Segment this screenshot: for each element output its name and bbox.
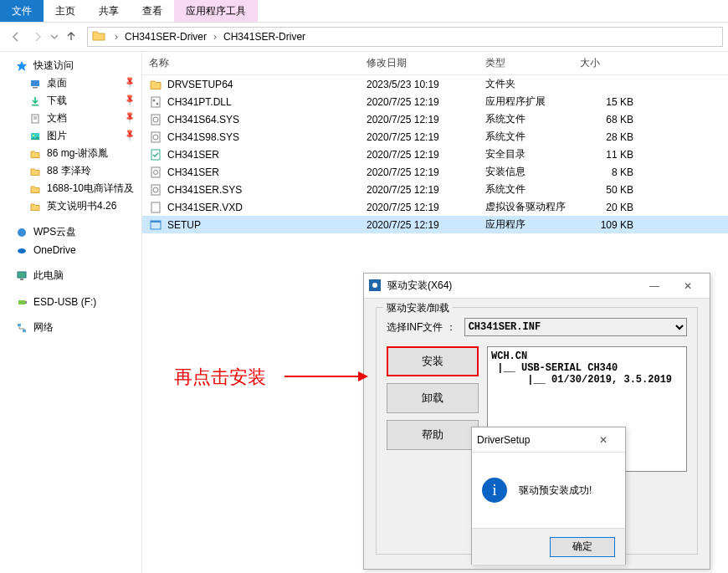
msgbox-title: DriverSetup: [477, 434, 587, 446]
file-date: 2020/7/25 12:19: [360, 114, 479, 125]
network-icon: [15, 321, 28, 335]
nav-back[interactable]: [5, 27, 27, 47]
column-headers: 名称 修改日期 类型 大小: [142, 52, 728, 75]
file-size: 28 KB: [573, 131, 640, 143]
file-icon: [149, 218, 162, 232]
svg-rect-2: [33, 87, 38, 89]
sidebar-item[interactable]: 桌面📌: [0, 74, 141, 92]
sidebar-this-pc[interactable]: 此电脑: [0, 267, 141, 284]
col-date[interactable]: 修改日期: [360, 56, 479, 70]
file-icon: [149, 201, 162, 214]
file-row[interactable]: CH341S98.SYS2020/7/25 12:19系统文件28 KB: [142, 128, 728, 146]
ribbon: 文件 主页 共享 查看 应用程序工具: [0, 0, 728, 23]
svg-marker-35: [358, 371, 368, 381]
address-box[interactable]: › CH341SER-Driver › CH341SER-Driver: [87, 27, 723, 47]
file-name: CH341SER.SYS: [167, 184, 242, 196]
file-name: CH341S64.SYS: [167, 114, 239, 125]
pc-icon: [15, 269, 28, 283]
file-name: CH341SER.VXD: [167, 202, 243, 213]
pin-icon: 📌: [123, 75, 136, 89]
file-row[interactable]: CH341SER2020/7/25 12:19安全目录11 KB: [142, 146, 728, 163]
col-name[interactable]: 名称: [142, 56, 360, 70]
help-button[interactable]: 帮助: [387, 420, 479, 450]
pin-icon: 📌: [123, 128, 136, 141]
sidebar-item[interactable]: 图片📌: [0, 127, 141, 145]
file-row[interactable]: SETUP2020/7/25 12:19应用程序109 KB: [142, 216, 728, 233]
nav-forward[interactable]: [27, 27, 49, 47]
file-size: 68 KB: [573, 114, 640, 125]
file-type: 系统文件: [479, 182, 573, 197]
file-row[interactable]: DRVSETUP642023/5/23 10:19文件夹: [142, 75, 728, 93]
uninstall-button[interactable]: 卸载: [387, 383, 479, 413]
tab-home[interactable]: 主页: [44, 0, 87, 22]
tab-view[interactable]: 查看: [131, 0, 174, 22]
chevron-right-icon[interactable]: ›: [210, 31, 220, 43]
col-size[interactable]: 大小: [573, 56, 640, 70]
file-row[interactable]: CH341SER.VXD2020/7/25 12:19虚拟设备驱动程序20 KB: [142, 198, 728, 216]
svg-rect-11: [18, 272, 26, 278]
file-icon: [149, 166, 162, 179]
sidebar-item[interactable]: 86 mg-谢添胤: [0, 145, 141, 162]
file-icon: [149, 95, 162, 109]
sidebar-quick-access[interactable]: 快速访问: [0, 57, 141, 74]
inf-label: 选择INF文件 ：: [387, 320, 456, 335]
file-row[interactable]: CH341PT.DLL2020/7/25 12:19应用程序扩展15 KB: [142, 93, 728, 110]
sidebar-item[interactable]: 英文说明书4.26: [0, 197, 141, 215]
file-type: 系统文件: [479, 130, 573, 144]
ok-button[interactable]: 确定: [550, 537, 615, 557]
sidebar-item-label: 1688-10电商详情及: [47, 182, 134, 196]
svg-rect-1: [31, 80, 39, 86]
sidebar-item-label: 88 李泽玲: [47, 164, 91, 178]
app-icon: [369, 279, 382, 293]
file-date: 2020/7/25 12:19: [360, 219, 479, 231]
sidebar-item[interactable]: 88 李泽玲: [0, 162, 141, 180]
sidebar-drive-item[interactable]: ESD-USB (F:): [0, 293, 141, 310]
file-name: CH341PT.DLL: [167, 96, 232, 108]
msgbox-titlebar[interactable]: DriverSetup ✕: [472, 427, 625, 453]
svg-point-8: [33, 135, 34, 136]
file-size: 109 KB: [573, 219, 640, 231]
file-name: DRVSETUP64: [167, 79, 233, 90]
sidebar-cloud-item[interactable]: OneDrive: [0, 241, 141, 258]
nav-recent[interactable]: [49, 27, 60, 47]
close-button[interactable]: ✕: [671, 274, 705, 298]
file-row[interactable]: CH341SER2020/7/25 12:19安装信息8 KB: [142, 163, 728, 181]
dialog-titlebar[interactable]: 驱动安装(X64) — ✕: [364, 274, 710, 299]
install-button[interactable]: 安装: [387, 346, 479, 376]
svg-point-9: [18, 228, 26, 237]
sidebar-item-label: OneDrive: [33, 244, 76, 256]
tab-share[interactable]: 共享: [87, 0, 131, 22]
file-icon: [149, 148, 162, 161]
sidebar-network[interactable]: 网络: [0, 319, 141, 336]
breadcrumb-item[interactable]: CH341SER-Driver: [220, 28, 309, 46]
document-icon: [28, 112, 42, 125]
sidebar-item[interactable]: 1688-10电商详情及: [0, 180, 141, 197]
file-name: CH341S98.SYS: [167, 131, 239, 143]
breadcrumb-item[interactable]: CH341SER-Driver: [121, 28, 210, 46]
file-row[interactable]: CH341SER.SYS2020/7/25 12:19系统文件50 KB: [142, 181, 728, 198]
col-type[interactable]: 类型: [479, 56, 573, 70]
tab-file[interactable]: 文件: [0, 0, 44, 22]
svg-point-19: [156, 102, 159, 105]
file-row[interactable]: CH341S64.SYS2020/7/25 12:19系统文件68 KB: [142, 110, 728, 128]
file-type: 应用程序: [479, 217, 573, 232]
minimize-button[interactable]: —: [638, 274, 671, 298]
file-size: 11 KB: [573, 149, 640, 161]
inf-select[interactable]: CH341SER.INF: [464, 318, 687, 336]
svg-point-10: [18, 248, 26, 253]
close-button[interactable]: ✕: [587, 427, 620, 452]
folder-icon: [91, 28, 108, 45]
file-icon: [149, 183, 162, 197]
file-type: 文件夹: [479, 77, 573, 91]
sidebar-item[interactable]: 下载📌: [0, 92, 141, 110]
svg-rect-12: [20, 279, 23, 280]
driversetup-msgbox: DriverSetup ✕ i 驱动预安装成功! 确定: [471, 427, 626, 565]
nav-up[interactable]: [60, 27, 82, 47]
svg-rect-25: [151, 167, 160, 177]
sidebar-cloud-item[interactable]: WPS云盘: [0, 223, 141, 241]
chevron-right-icon[interactable]: ›: [111, 31, 121, 43]
file-size: 8 KB: [573, 166, 640, 178]
file-date: 2020/7/25 12:19: [360, 184, 479, 196]
tab-app-tools[interactable]: 应用程序工具: [174, 0, 258, 22]
sidebar-item[interactable]: 文档📌: [0, 110, 141, 127]
